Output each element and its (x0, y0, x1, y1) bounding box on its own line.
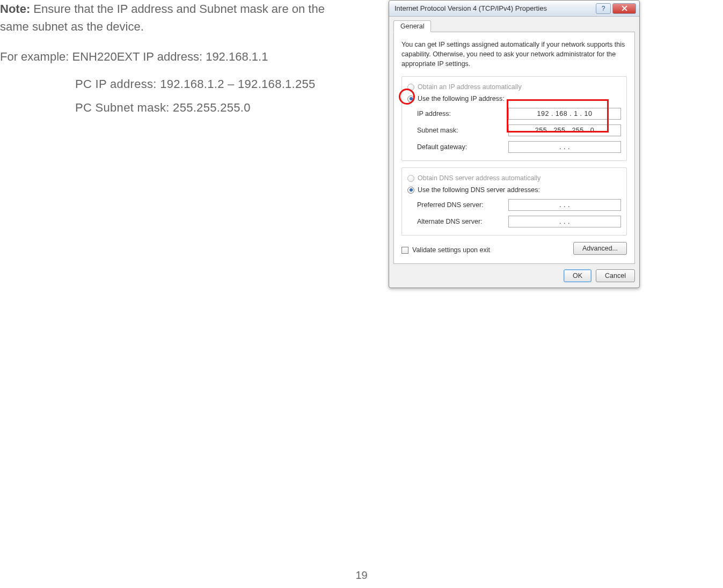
dns-settings-group: Obtain DNS server address automatically … (401, 167, 627, 236)
radio-icon (407, 84, 414, 91)
help-button[interactable]: ? (596, 3, 611, 14)
field-row-alternate-dns: Alternate DNS server: . . . (407, 216, 621, 227)
input-subnet-mask[interactable]: 255 . 255 . 255 . 0 (508, 124, 621, 136)
note-label: Note: (0, 2, 30, 16)
note-paragraph: Note: Ensure that the IP address and Sub… (0, 0, 344, 35)
input-alternate-dns[interactable]: . . . (508, 216, 621, 227)
label-alternate-dns: Alternate DNS server: (417, 218, 508, 225)
label-subnet-mask: Subnet mask: (417, 127, 508, 134)
radio-icon (407, 175, 414, 182)
checkbox-icon (401, 247, 408, 254)
checkbox-label-validate: Validate settings upon exit (412, 246, 490, 254)
radio-icon (407, 95, 414, 102)
radio-label-use-following-ip: Use the following IP address: (418, 95, 505, 102)
example-body-1: ENH220EXT IP address: 192.168.1.1 (69, 50, 268, 63)
input-ip-address[interactable]: 192 . 168 . 1 . 10 (508, 108, 621, 120)
field-row-preferred-dns: Preferred DNS server: . . . (407, 199, 621, 211)
radio-row-obtain-ip-auto[interactable]: Obtain an IP address automatically (407, 83, 621, 91)
radio-label-obtain-dns-auto: Obtain DNS server address automatically (418, 174, 541, 182)
ip-settings-group: Obtain an IP address automatically Use t… (401, 76, 627, 161)
tab-strip: General (389, 17, 639, 32)
radio-row-obtain-dns-auto[interactable]: Obtain DNS server address automatically (407, 174, 621, 182)
label-preferred-dns: Preferred DNS server: (417, 201, 508, 209)
cancel-button[interactable]: Cancel (596, 269, 635, 282)
dialog-button-row: OK Cancel (393, 269, 635, 282)
tab-panel-general: You can get IP settings assigned automat… (393, 32, 635, 264)
input-default-gateway[interactable]: . . . (508, 141, 621, 153)
close-icon (622, 5, 627, 11)
input-preferred-dns[interactable]: . . . (508, 199, 621, 211)
radio-row-use-following-ip[interactable]: Use the following IP address: (407, 95, 621, 102)
description-text: You can get IP settings assigned automat… (401, 40, 627, 69)
radio-label-obtain-ip-auto: Obtain an IP address automatically (418, 83, 522, 91)
example-prefix: For example: (0, 50, 69, 63)
example-line-2: PC IP address: 192.168.1.2 – 192.168.1.2… (75, 77, 344, 91)
tab-general[interactable]: General (393, 20, 431, 32)
ipv4-properties-dialog: Internet Protocol Version 4 (TCP/IPv4) P… (389, 0, 640, 288)
field-row-default-gateway: Default gateway: . . . (407, 141, 621, 153)
label-default-gateway: Default gateway: (417, 143, 508, 151)
titlebar[interactable]: Internet Protocol Version 4 (TCP/IPv4) P… (389, 1, 639, 17)
radio-icon (407, 187, 414, 194)
page-number: 19 (355, 569, 367, 582)
radio-label-use-following-dns: Use the following DNS server addresses: (418, 186, 540, 194)
window-title: Internet Protocol Version 4 (TCP/IPv4) P… (395, 4, 594, 12)
checkbox-row-validate[interactable]: Validate settings upon exit (401, 246, 490, 254)
radio-row-use-following-dns[interactable]: Use the following DNS server addresses: (407, 186, 621, 194)
ok-button[interactable]: OK (564, 269, 591, 282)
note-body: Ensure that the IP address and Subnet ma… (0, 2, 325, 33)
label-ip-address: IP address: (417, 110, 508, 117)
field-row-subnet-mask: Subnet mask: 255 . 255 . 255 . 0 (407, 124, 621, 136)
advanced-button[interactable]: Advanced... (573, 242, 627, 255)
close-button[interactable] (612, 3, 636, 14)
bottom-row: Validate settings upon exit Advanced... (401, 242, 627, 255)
doc-text-column: Note: Ensure that the IP address and Sub… (0, 0, 344, 115)
field-row-ip-address: IP address: 192 . 168 . 1 . 10 (407, 108, 621, 120)
example-line-3: PC Subnet mask: 255.255.255.0 (75, 101, 344, 115)
example-line-1: For example: ENH220EXT IP address: 192.1… (0, 46, 344, 68)
